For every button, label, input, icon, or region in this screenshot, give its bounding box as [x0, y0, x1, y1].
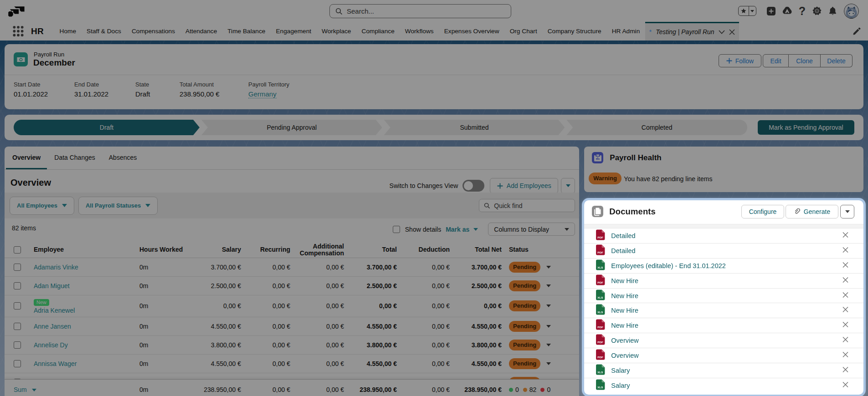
svg-text:XLS: XLS: [598, 296, 603, 299]
svg-text:XLS: XLS: [598, 371, 603, 374]
svg-text:PDF: PDF: [598, 251, 604, 254]
svg-text:PDF: PDF: [598, 281, 604, 284]
svg-text:PDF: PDF: [598, 326, 604, 329]
svg-text:PDF: PDF: [598, 341, 604, 344]
svg-text:XLS: XLS: [598, 386, 603, 389]
svg-text:XLS: XLS: [598, 266, 603, 269]
svg-text:PDF: PDF: [598, 355, 604, 359]
svg-text:PDF: PDF: [598, 236, 604, 239]
svg-text:XLS: XLS: [598, 311, 603, 314]
